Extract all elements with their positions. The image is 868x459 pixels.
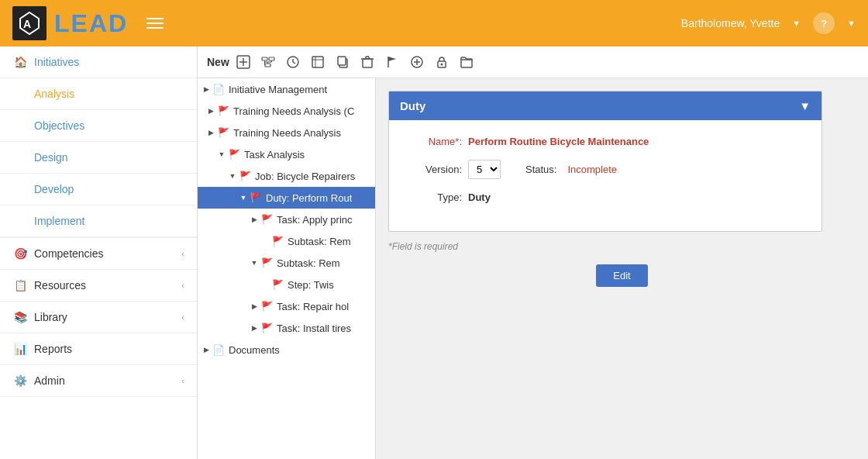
expand-task-repair[interactable]: ▶ xyxy=(249,301,260,312)
competencies-arrow: ‹ xyxy=(181,249,184,258)
objectives-icon xyxy=(12,118,28,133)
help-dropdown-arrow[interactable]: ▼ xyxy=(847,19,856,28)
toolbar: New xyxy=(198,47,868,78)
user-name[interactable]: Bartholomew, Yvette xyxy=(681,17,780,29)
flag-button[interactable] xyxy=(381,51,403,73)
initiatives-icon: 🏠 xyxy=(12,54,28,70)
sidebar-item-reports[interactable]: 📊 Reports xyxy=(0,333,197,365)
view-button[interactable] xyxy=(307,51,329,73)
flag-icon-duty-perform: 🚩 xyxy=(249,191,263,205)
develop-icon xyxy=(12,181,28,197)
sidebar-item-admin[interactable]: ⚙️ Admin ‹ xyxy=(0,365,197,397)
svg-rect-20 xyxy=(363,59,372,67)
tree-item-step-twis[interactable]: 🚩 Step: Twis xyxy=(198,274,375,295)
sidebar-item-competencies[interactable]: 🎯 Competencies ‹ xyxy=(0,238,197,270)
add-button[interactable] xyxy=(232,51,254,73)
tree-item-subtask-rem1[interactable]: 🚩 Subtask: Rem xyxy=(198,230,375,252)
status-value: Incomplete xyxy=(567,164,617,175)
svg-point-31 xyxy=(440,64,443,66)
app-title: LEAD xyxy=(54,9,128,38)
competencies-icon: 🎯 xyxy=(12,246,28,261)
name-value: Perform Routine Bicycle Maintenance xyxy=(468,136,649,147)
hierarchy-button[interactable] xyxy=(257,51,279,73)
field-required-note: *Field is required xyxy=(388,241,856,252)
type-row: Type: Duty xyxy=(408,192,803,203)
copy-button[interactable] xyxy=(332,51,353,73)
tree-item-task-repair[interactable]: ▶ 🚩 Task: Repair hol xyxy=(198,295,375,317)
app-header: A LEAD Bartholomew, Yvette ▼ ? ▼ xyxy=(0,0,868,47)
expand-task-apply[interactable]: ▶ xyxy=(249,214,260,225)
sidebar-item-initiatives[interactable]: 🏠 Initiatives xyxy=(0,47,197,78)
flag-icon-tna-c: 🚩 xyxy=(216,104,230,118)
version-status-row: Version: 5 4 3 2 1 Status: Incomplete xyxy=(408,160,803,179)
tree-item-subtask-rem2[interactable]: ▼ 🚩 Subtask: Rem xyxy=(198,252,375,274)
svg-marker-26 xyxy=(388,57,396,61)
expand-job-bicycle[interactable]: ▼ xyxy=(227,171,238,181)
sidebar-item-analysis[interactable]: Analysis xyxy=(0,78,197,110)
design-icon xyxy=(12,150,28,165)
sidebar-item-objectives[interactable]: Objectives xyxy=(0,110,197,142)
admin-icon: ⚙️ xyxy=(12,373,28,388)
detail-panel: Duty ▼ Name*: Perform Routine Bicycle Ma… xyxy=(376,78,868,459)
add-circle-button[interactable] xyxy=(406,51,428,73)
logo-area: A LEAD xyxy=(12,6,164,40)
duty-card-body: Name*: Perform Routine Bicycle Maintenan… xyxy=(389,120,822,231)
user-dropdown-arrow[interactable]: ▼ xyxy=(792,19,801,28)
tree-item-task-apply[interactable]: ▶ 🚩 Task: Apply princ xyxy=(198,209,375,230)
duty-card-header: Duty ▼ xyxy=(389,91,822,120)
name-label: Name*: xyxy=(408,136,462,147)
reports-icon: 📊 xyxy=(12,341,28,357)
duty-card-collapse[interactable]: ▼ xyxy=(799,99,811,112)
svg-rect-15 xyxy=(312,57,323,67)
hamburger-menu[interactable] xyxy=(146,18,164,29)
expand-step-twis xyxy=(260,279,270,290)
help-button[interactable]: ? xyxy=(813,12,835,34)
tree-item-tna-c[interactable]: ▶ 🚩 Training Needs Analysis (C xyxy=(198,100,375,122)
logo-icon: A xyxy=(12,6,46,40)
implement-icon xyxy=(12,213,28,229)
flag-icon-task-analysis: 🚩 xyxy=(227,147,241,161)
expand-task-analysis[interactable]: ▼ xyxy=(216,149,227,160)
split-pane: ▶ 📄 Initiative Management ▶ 🚩 Training N… xyxy=(198,78,868,459)
tree-item-job-bicycle[interactable]: ▼ 🚩 Job: Bicycle Repairers xyxy=(198,165,375,187)
tree-panel: ▶ 📄 Initiative Management ▶ 🚩 Training N… xyxy=(198,78,376,459)
tree-item-task-analysis[interactable]: ▼ 🚩 Task Analysis xyxy=(198,143,375,165)
expand-documents[interactable]: ▶ xyxy=(201,344,212,355)
version-select[interactable]: 5 4 3 2 1 xyxy=(468,160,501,179)
expand-subtask-rem1 xyxy=(260,236,270,247)
edit-button[interactable]: Edit xyxy=(596,264,647,287)
flag-icon-tna: 🚩 xyxy=(216,126,230,140)
expand-tna[interactable]: ▶ xyxy=(205,127,216,138)
tree-item-duty-perform[interactable]: ▼ 🚩 Duty: Perform Rout xyxy=(198,187,375,209)
type-value: Duty xyxy=(468,192,491,203)
library-icon: 📚 xyxy=(12,309,28,325)
svg-line-14 xyxy=(293,62,295,64)
expand-task-install[interactable]: ▶ xyxy=(249,323,260,333)
main-container: 🏠 Initiatives Analysis Objectives Design… xyxy=(0,47,868,459)
tree-item-task-install[interactable]: ▶ 🚩 Task: Install tires xyxy=(198,317,375,339)
flag-icon-task-install: 🚩 xyxy=(260,321,274,335)
new-button[interactable]: New xyxy=(207,56,229,68)
status-label: Status: xyxy=(525,164,556,175)
expand-subtask-rem2[interactable]: ▼ xyxy=(249,257,260,268)
tree-item-initiative-mgmt[interactable]: ▶ 📄 Initiative Management xyxy=(198,78,375,100)
doc-icon-documents: 📄 xyxy=(212,343,226,357)
tree-item-tna[interactable]: ▶ 🚩 Training Needs Analysis xyxy=(198,122,375,143)
sidebar-item-library[interactable]: 📚 Library ‹ xyxy=(0,302,197,333)
delete-button[interactable] xyxy=(356,51,378,73)
sidebar-item-develop[interactable]: Develop xyxy=(0,174,197,205)
folder-button[interactable] xyxy=(456,51,477,73)
lock-button[interactable] xyxy=(431,51,453,73)
expand-tna-c[interactable]: ▶ xyxy=(205,105,216,116)
expand-duty-perform[interactable]: ▼ xyxy=(238,192,249,203)
flag-icon-subtask-rem1: 🚩 xyxy=(270,234,284,248)
sidebar-item-design[interactable]: Design xyxy=(0,142,197,174)
library-arrow: ‹ xyxy=(181,312,184,322)
history-button[interactable] xyxy=(282,51,304,73)
expand-initiative-mgmt[interactable]: ▶ xyxy=(201,84,212,95)
sidebar-item-resources[interactable]: 📋 Resources ‹ xyxy=(0,270,197,302)
flag-icon-subtask-rem2: 🚩 xyxy=(260,256,274,270)
tree-item-documents[interactable]: ▶ 📄 Documents xyxy=(198,339,375,361)
flag-icon-task-repair: 🚩 xyxy=(260,299,274,313)
sidebar-item-implement[interactable]: Implement xyxy=(0,205,197,237)
